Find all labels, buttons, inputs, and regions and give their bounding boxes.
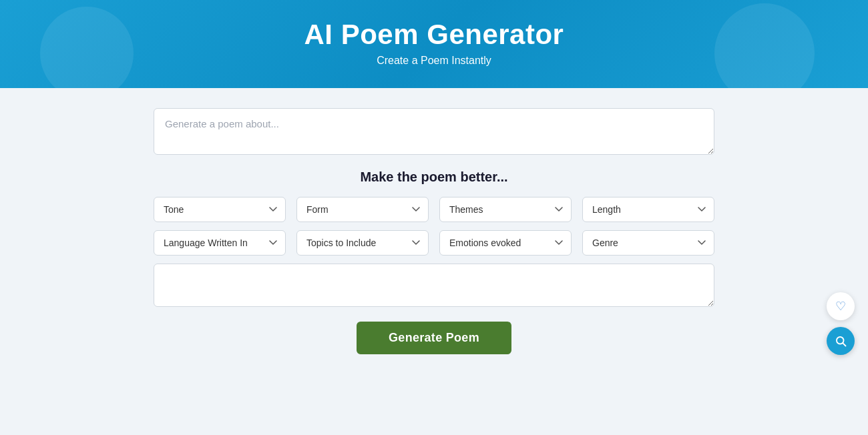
svg-line-1	[843, 343, 845, 346]
emotions-dropdown[interactable]: Emotions evoked Joy Sadness Fear Surpris…	[439, 230, 572, 256]
length-dropdown[interactable]: Length Short Medium Long	[582, 197, 714, 222]
header: AI Poem Generator Create a Poem Instantl…	[0, 0, 868, 88]
main-content: Make the poem better... Tone Happy Sad R…	[0, 88, 868, 368]
dropdowns-row-2: Language Written In English Spanish Fren…	[154, 230, 714, 256]
generate-poem-button[interactable]: Generate Poem	[357, 322, 511, 354]
language-dropdown[interactable]: Language Written In English Spanish Fren…	[154, 230, 286, 256]
dropdowns-container: Tone Happy Sad Romantic Angry Melancholi…	[154, 197, 714, 256]
poem-input[interactable]	[154, 108, 714, 155]
page-title: AI Poem Generator	[0, 19, 868, 51]
themes-dropdown[interactable]: Themes Love Nature Death Hope War	[439, 197, 572, 222]
heart-icon: ♡	[835, 299, 846, 314]
tone-dropdown[interactable]: Tone Happy Sad Romantic Angry Melancholi…	[154, 197, 286, 222]
form-dropdown[interactable]: Form Sonnet Haiku Free Verse Ode Limeric…	[296, 197, 429, 222]
output-textarea[interactable]	[154, 264, 714, 307]
genre-dropdown[interactable]: Genre Lyric Narrative Dramatic Epic	[582, 230, 714, 256]
search-button[interactable]	[827, 327, 855, 355]
topics-dropdown[interactable]: Topics to Include Nature Love Family Fri…	[296, 230, 429, 256]
heart-button[interactable]: ♡	[827, 292, 855, 320]
page-subtitle: Create a Poem Instantly	[0, 55, 868, 67]
dropdowns-row-1: Tone Happy Sad Romantic Angry Melancholi…	[154, 197, 714, 222]
floating-buttons: ♡	[827, 292, 855, 355]
search-icon	[835, 335, 847, 347]
make-better-label: Make the poem better...	[360, 169, 507, 185]
